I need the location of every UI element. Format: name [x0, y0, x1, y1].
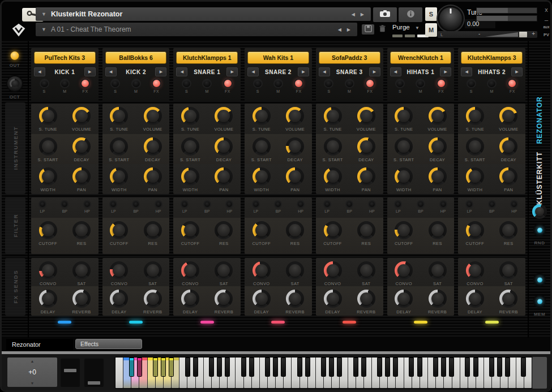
s_start-knob[interactable]: [110, 137, 128, 156]
s_start-knob[interactable]: [39, 137, 57, 156]
strip-mute-led[interactable]: [203, 80, 211, 87]
decay-knob[interactable]: [499, 137, 517, 156]
aux-button[interactable]: aux: [541, 25, 552, 29]
strip-mute-led[interactable]: [275, 80, 282, 87]
keyboard[interactable]: [115, 357, 532, 389]
filter-bp-led[interactable]: [489, 201, 495, 207]
strip-solo-led[interactable]: [183, 80, 190, 87]
next-snapshot-icon[interactable]: ▶: [347, 27, 350, 32]
cutoff-knob[interactable]: [39, 221, 57, 239]
strip-fx-led[interactable]: [295, 80, 302, 87]
volume-knob[interactable]: [215, 107, 233, 125]
piano-key-black[interactable]: [281, 357, 286, 377]
decay-knob[interactable]: [286, 137, 304, 156]
piano-key-black[interactable]: [361, 357, 366, 377]
filter-lp-led[interactable]: [467, 201, 472, 207]
strip-fx-led[interactable]: [224, 80, 232, 87]
filter-lp-led[interactable]: [253, 201, 259, 207]
reverb-knob[interactable]: [72, 290, 91, 308]
convo-knob[interactable]: [395, 261, 413, 279]
s_tune-knob[interactable]: [110, 107, 128, 125]
pan-knob[interactable]: [144, 167, 162, 186]
piano-key-black[interactable]: [489, 357, 494, 377]
cutoff-knob[interactable]: [110, 221, 128, 239]
pan-knob[interactable]: [499, 167, 517, 186]
close-button[interactable]: x: [541, 6, 552, 13]
reverb-knob[interactable]: [144, 290, 162, 308]
next-slot-button[interactable]: ▶: [511, 67, 523, 76]
res-knob[interactable]: [215, 221, 233, 239]
piano-key-black[interactable]: [417, 357, 422, 377]
piano-key-black[interactable]: [241, 357, 246, 377]
piano-key-black[interactable]: [385, 357, 390, 377]
delay-knob[interactable]: [395, 290, 413, 308]
snapshot-bar[interactable]: ▼ A 01 - Cheat The Theorem ◀ ▶: [36, 23, 357, 36]
piano-key-black[interactable]: [305, 357, 310, 377]
reverb-knob[interactable]: [215, 290, 233, 308]
instrument-title-bar[interactable]: ▼ Klusterkitt Rezonator ◀ ▶: [36, 7, 371, 21]
next-slot-button[interactable]: ▶: [440, 67, 451, 76]
sat-knob[interactable]: [215, 261, 233, 279]
memory-button-2[interactable]: [534, 296, 545, 307]
decay-knob[interactable]: [215, 137, 233, 156]
volume-knob[interactable]: [72, 107, 91, 125]
volume-knob[interactable]: [286, 107, 304, 125]
strip-mute-led[interactable]: [346, 80, 353, 87]
s_tune-knob[interactable]: [181, 107, 199, 125]
title-dropdown-icon[interactable]: ▼: [41, 11, 46, 17]
piano-key-black[interactable]: [473, 357, 478, 377]
piano-key-black[interactable]: [161, 357, 166, 377]
filter-lp-led[interactable]: [182, 201, 187, 207]
convo-knob[interactable]: [253, 261, 271, 279]
s_start-knob[interactable]: [466, 137, 484, 156]
random-knob[interactable]: [532, 204, 547, 219]
piano-key-black[interactable]: [497, 357, 502, 377]
random-knob-dial[interactable]: [532, 204, 547, 219]
piano-key-black[interactable]: [433, 357, 438, 377]
delay-knob[interactable]: [110, 290, 128, 308]
convo-knob[interactable]: [39, 261, 57, 279]
kit-select-button[interactable]: WrenchKlutch 1: [390, 51, 452, 64]
res-knob[interactable]: [357, 221, 375, 239]
piano-key-black[interactable]: [265, 357, 270, 377]
tab-rezonator[interactable]: Rezonator: [6, 339, 73, 350]
convo-knob[interactable]: [181, 261, 199, 279]
sat-knob[interactable]: [286, 261, 304, 279]
piano-key-black[interactable]: [321, 357, 326, 377]
piano-key-black[interactable]: [505, 357, 510, 377]
strip-mute-led[interactable]: [61, 80, 69, 87]
next-slot-button[interactable]: ▶: [155, 67, 166, 76]
piano-key-white[interactable]: [115, 357, 123, 388]
sat-knob[interactable]: [499, 261, 517, 279]
random-button[interactable]: [534, 225, 545, 235]
reverb-knob[interactable]: [499, 290, 517, 308]
piano-key-black[interactable]: [273, 357, 278, 377]
filter-hp-led[interactable]: [226, 201, 232, 207]
width-knob[interactable]: [110, 167, 128, 186]
volume-knob[interactable]: [429, 107, 447, 125]
width-knob[interactable]: [39, 167, 57, 186]
strip-solo-led[interactable]: [468, 80, 475, 87]
delay-knob[interactable]: [324, 290, 342, 308]
filter-hp-led[interactable]: [298, 201, 303, 207]
piano-key-black[interactable]: [441, 357, 446, 377]
piano-key-black[interactable]: [393, 357, 398, 377]
filter-bp-led[interactable]: [418, 201, 423, 207]
transpose-control[interactable]: ▲ +0 ▼: [7, 357, 57, 387]
memory-button-1[interactable]: [534, 274, 545, 285]
snapshot-dropdown-icon[interactable]: ▼: [41, 27, 46, 32]
filter-hp-led[interactable]: [369, 201, 375, 207]
filter-hp-led[interactable]: [440, 201, 446, 207]
decay-knob[interactable]: [144, 137, 162, 156]
next-slot-button[interactable]: ▶: [84, 67, 96, 76]
width-knob[interactable]: [324, 167, 342, 186]
mute-button[interactable]: M: [425, 23, 437, 37]
pan-knob[interactable]: [357, 167, 375, 186]
s_tune-knob[interactable]: [39, 107, 57, 125]
prev-instrument-icon[interactable]: ◀: [352, 12, 355, 17]
kit-select-button[interactable]: KlutchKlampps 3: [461, 51, 523, 64]
s_tune-knob[interactable]: [395, 107, 413, 125]
strip-solo-led[interactable]: [254, 80, 262, 87]
filter-hp-led[interactable]: [156, 201, 161, 207]
piano-key-black[interactable]: [137, 357, 142, 377]
